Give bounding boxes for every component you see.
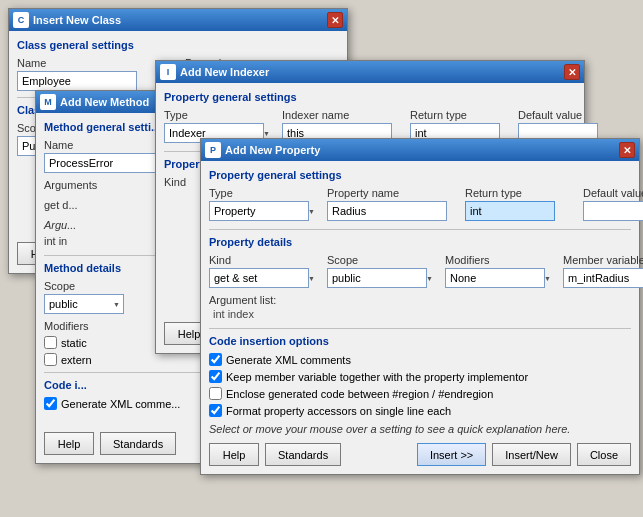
class-window-title: Insert New Class bbox=[33, 14, 121, 26]
indexer-default-value-label: Default value bbox=[518, 109, 598, 121]
argument-list-label: Argument list: bbox=[209, 294, 631, 306]
class-name-label: Name bbox=[17, 57, 137, 69]
method-help-button[interactable]: Help bbox=[44, 432, 94, 455]
format-label: Format property accessors on single line… bbox=[226, 405, 451, 417]
keep-member-label: Keep member variable together with the p… bbox=[226, 371, 528, 383]
property-kind-label: Kind bbox=[209, 254, 319, 266]
property-close-button[interactable]: ✕ bbox=[619, 142, 635, 158]
arguments-label: Arguments bbox=[44, 179, 97, 191]
property-name-label: Property name bbox=[327, 187, 457, 199]
property-close-button[interactable]: Close bbox=[577, 443, 631, 466]
extern-checkbox[interactable] bbox=[44, 353, 57, 366]
generate-xml-checkbox[interactable] bbox=[44, 397, 57, 410]
property-return-type-label: Return type bbox=[465, 187, 575, 199]
indexer-return-type-label: Return type bbox=[410, 109, 510, 121]
property-default-value-label: Default value bbox=[583, 187, 643, 199]
property-scope-label: Scope bbox=[327, 254, 437, 266]
argument-list-value: int index bbox=[213, 308, 631, 320]
enclose-checkbox[interactable] bbox=[209, 387, 222, 400]
property-type-select[interactable]: Property bbox=[209, 201, 309, 221]
indexer-close-button[interactable]: ✕ bbox=[564, 64, 580, 80]
property-insert-new-button[interactable]: Insert/New bbox=[492, 443, 571, 466]
format-checkbox[interactable] bbox=[209, 404, 222, 417]
method-standards-button[interactable]: Standards bbox=[100, 432, 176, 455]
property-modifiers-select[interactable]: None bbox=[445, 268, 545, 288]
property-standards-button[interactable]: Standards bbox=[265, 443, 341, 466]
keep-member-checkbox[interactable] bbox=[209, 370, 222, 383]
indexer-type-label: Type bbox=[164, 109, 274, 121]
property-kind-select[interactable]: get & set bbox=[209, 268, 309, 288]
static-label: static bbox=[61, 337, 87, 349]
property-modifiers-label: Modifiers bbox=[445, 254, 555, 266]
property-scope-select[interactable]: public bbox=[327, 268, 427, 288]
generate-xml-label: Generate XML comme... bbox=[61, 398, 180, 410]
property-help-button[interactable]: Help bbox=[209, 443, 259, 466]
class-title-bar: C Insert New Class ✕ bbox=[9, 9, 347, 31]
enclose-label: Enclose generated code between #region /… bbox=[226, 388, 493, 400]
indexer-window-icon: I bbox=[160, 64, 176, 80]
prop-generate-xml-checkbox[interactable] bbox=[209, 353, 222, 366]
indexer-general-header: Property general settings bbox=[164, 91, 576, 103]
indexer-title-bar: I Add New Indexer ✕ bbox=[156, 61, 584, 83]
class-close-button[interactable]: ✕ bbox=[327, 12, 343, 28]
indexer-window-title: Add New Indexer bbox=[180, 66, 269, 78]
extern-label: extern bbox=[61, 354, 92, 366]
property-window-title: Add New Property bbox=[225, 144, 320, 156]
property-insert-button[interactable]: Insert >> bbox=[417, 443, 486, 466]
property-details-header: Property details bbox=[209, 236, 631, 248]
prop-generate-xml-label: Generate XML comments bbox=[226, 354, 351, 366]
method-scope-select[interactable]: public bbox=[44, 294, 124, 314]
property-general-header: Property general settings bbox=[209, 169, 631, 181]
info-text: Select or move your mouse over a setting… bbox=[209, 423, 631, 435]
property-default-value-select[interactable] bbox=[583, 201, 643, 221]
indexer-name-label: Indexer name bbox=[282, 109, 402, 121]
code-insertion-header: Code insertion options bbox=[209, 335, 631, 347]
member-variable-input[interactable] bbox=[563, 268, 643, 288]
property-window-icon: P bbox=[205, 142, 221, 158]
method-scope-label: Scope bbox=[44, 280, 124, 292]
static-checkbox[interactable] bbox=[44, 336, 57, 349]
add-new-property-window: P Add New Property ✕ Property general se… bbox=[200, 138, 640, 475]
class-general-header: Class general settings bbox=[17, 39, 339, 51]
class-name-input[interactable] bbox=[17, 71, 137, 91]
member-variable-label: Member variable bbox=[563, 254, 643, 266]
property-name-input[interactable] bbox=[327, 201, 447, 221]
property-type-label: Type bbox=[209, 187, 319, 199]
indexer-kind-label: Kind bbox=[164, 176, 186, 188]
class-window-icon: C bbox=[13, 12, 29, 28]
method-window-title: Add New Method bbox=[60, 96, 149, 108]
property-return-type-input[interactable] bbox=[465, 201, 555, 221]
method-window-icon: M bbox=[40, 94, 56, 110]
property-title-bar: P Add New Property ✕ bbox=[201, 139, 639, 161]
